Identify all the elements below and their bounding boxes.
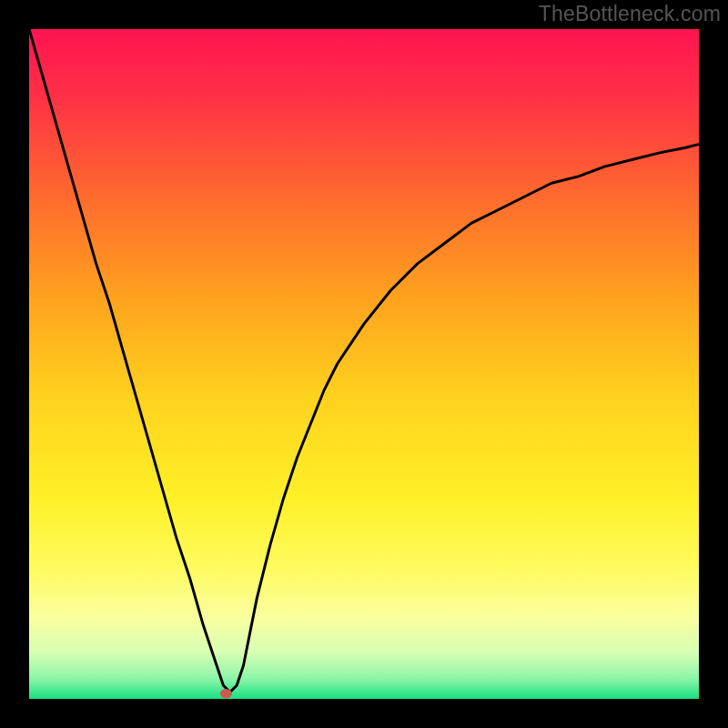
watermark-text: TheBottleneck.com xyxy=(539,2,721,26)
chart-frame: TheBottleneck.com xyxy=(0,0,728,728)
chart-svg xyxy=(29,29,699,699)
gradient-background xyxy=(29,29,699,699)
minimum-marker xyxy=(220,689,232,698)
plot-area xyxy=(29,29,699,699)
